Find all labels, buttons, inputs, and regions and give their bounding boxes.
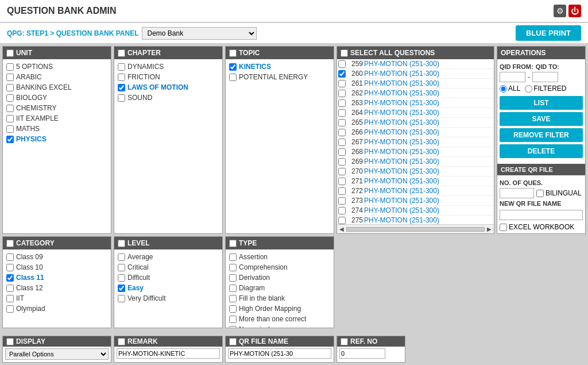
question-checkbox[interactable] <box>338 217 346 224</box>
refno-checkbox[interactable] <box>341 338 348 345</box>
question-checkbox[interactable] <box>338 99 346 107</box>
item-checkbox[interactable] <box>118 264 125 271</box>
item-checkbox[interactable] <box>229 63 237 71</box>
question-label[interactable]: PHY-MOTION (251-300) <box>364 118 439 126</box>
question-label[interactable]: PHY-MOTION (251-300) <box>364 216 439 224</box>
level-select-all[interactable] <box>118 240 125 247</box>
item-checkbox[interactable] <box>118 295 125 302</box>
question-label[interactable]: PHY-MOTION (251-300) <box>364 128 439 136</box>
question-checkbox[interactable] <box>338 129 346 136</box>
scroll-left-icon[interactable]: ◀ <box>339 226 344 232</box>
item-checkbox[interactable] <box>118 94 125 102</box>
item-checkbox[interactable] <box>229 253 237 261</box>
filtered-radio[interactable] <box>525 85 532 93</box>
item-checkbox[interactable] <box>229 285 237 292</box>
item-checkbox[interactable] <box>6 274 14 282</box>
question-checkbox[interactable] <box>338 178 346 185</box>
item-checkbox[interactable] <box>6 285 14 292</box>
question-checkbox[interactable] <box>338 109 346 117</box>
question-label[interactable]: PHY-MOTION (251-300) <box>364 89 439 97</box>
remove-filter-button[interactable]: REMOVE FILTER <box>500 128 583 142</box>
item-checkbox[interactable] <box>118 63 125 71</box>
question-checkbox[interactable] <box>338 80 346 87</box>
qid-to-input[interactable] <box>532 72 558 82</box>
display-checkbox[interactable] <box>6 338 14 345</box>
item-checkbox[interactable] <box>6 264 14 271</box>
item-checkbox[interactable] <box>118 274 125 282</box>
item-checkbox[interactable] <box>118 84 125 91</box>
question-label[interactable]: PHY-MOTION (251-300) <box>364 148 439 156</box>
question-label[interactable]: PHY-MOTION (251-300) <box>364 187 439 195</box>
new-qr-file-input[interactable] <box>500 210 583 220</box>
item-checkbox[interactable] <box>6 125 14 133</box>
refno-input[interactable] <box>339 348 385 359</box>
question-checkbox[interactable] <box>338 60 346 68</box>
scroll-right-icon[interactable]: ▶ <box>487 226 492 232</box>
question-label[interactable]: PHY-MOTION (251-300) <box>364 177 439 185</box>
qrfile-input[interactable] <box>228 348 331 359</box>
item-checkbox[interactable] <box>6 63 14 71</box>
question-label[interactable]: PHY-MOTION (251-300) <box>364 99 439 107</box>
excel-workbook-checkbox[interactable] <box>500 224 507 231</box>
item-checkbox[interactable] <box>6 305 14 313</box>
question-label[interactable]: PHY-MOTION (251-300) <box>364 138 439 146</box>
display-select[interactable]: Parallel Options Option A Option B <box>5 348 109 360</box>
item-checkbox[interactable] <box>229 326 237 328</box>
list-button[interactable]: LIST <box>500 96 583 110</box>
question-label[interactable]: PHY-MOTION (251-300) <box>364 157 439 166</box>
item-checkbox[interactable] <box>229 274 237 282</box>
question-checkbox[interactable] <box>338 119 346 126</box>
item-checkbox[interactable] <box>6 295 14 302</box>
item-checkbox[interactable] <box>229 74 237 81</box>
question-label[interactable]: PHY-MOTION (251-300) <box>364 167 439 175</box>
item-checkbox[interactable] <box>229 295 237 302</box>
chapter-select-all[interactable] <box>118 49 125 57</box>
qid-from-input[interactable] <box>500 72 525 82</box>
remark-checkbox[interactable] <box>118 338 125 345</box>
item-checkbox[interactable] <box>6 105 14 112</box>
unit-select-all[interactable] <box>6 49 14 57</box>
question-label[interactable]: PHY-MOTION (251-300) <box>364 70 439 78</box>
category-select-all[interactable] <box>6 240 14 247</box>
item-checkbox[interactable] <box>6 94 14 102</box>
question-label[interactable]: PHY-MOTION (251-300) <box>364 109 439 117</box>
item-checkbox[interactable] <box>118 253 125 261</box>
item-checkbox[interactable] <box>6 115 14 122</box>
question-checkbox[interactable] <box>338 187 346 195</box>
item-checkbox[interactable] <box>6 136 14 143</box>
settings-icon[interactable]: ⚙ <box>554 5 566 17</box>
item-checkbox[interactable] <box>229 264 237 271</box>
question-checkbox[interactable] <box>338 90 346 97</box>
item-checkbox[interactable] <box>6 84 14 91</box>
blueprint-button[interactable]: BLUE PRINT <box>516 25 581 41</box>
question-checkbox[interactable] <box>338 148 346 156</box>
item-checkbox[interactable] <box>6 74 14 81</box>
save-button[interactable]: SAVE <box>500 112 583 126</box>
question-label[interactable]: PHY-MOTION (251-300) <box>364 60 439 68</box>
type-select-all[interactable] <box>229 240 237 247</box>
question-checkbox[interactable] <box>338 207 346 214</box>
all-radio[interactable] <box>500 85 507 93</box>
question-label[interactable]: PHY-MOTION (251-300) <box>364 197 439 205</box>
question-label[interactable]: PHY-MOTION (251-300) <box>364 79 439 87</box>
item-checkbox[interactable] <box>229 316 237 323</box>
question-checkbox[interactable] <box>338 197 346 205</box>
remark-input[interactable] <box>117 348 220 359</box>
item-checkbox[interactable] <box>118 285 125 292</box>
bilingual-checkbox[interactable] <box>536 190 544 197</box>
item-checkbox[interactable] <box>229 305 237 313</box>
question-label[interactable]: PHY-MOTION (251-300) <box>364 206 439 214</box>
power-icon[interactable]: ⏻ <box>568 5 581 17</box>
question-checkbox[interactable] <box>338 139 346 146</box>
question-checkbox[interactable] <box>338 70 346 78</box>
item-checkbox[interactable] <box>118 74 125 81</box>
topic-select-all[interactable] <box>229 49 237 57</box>
item-checkbox[interactable] <box>6 253 14 261</box>
question-checkbox[interactable] <box>338 158 346 166</box>
questions-select-all[interactable] <box>341 49 348 57</box>
qrfile-checkbox[interactable] <box>229 338 237 345</box>
bank-select[interactable]: Demo Bank Bank 2 Bank 3 <box>142 27 257 40</box>
question-checkbox[interactable] <box>338 168 346 175</box>
delete-button[interactable]: DELETE <box>500 144 583 158</box>
no-of-ques-input[interactable] <box>500 188 534 198</box>
